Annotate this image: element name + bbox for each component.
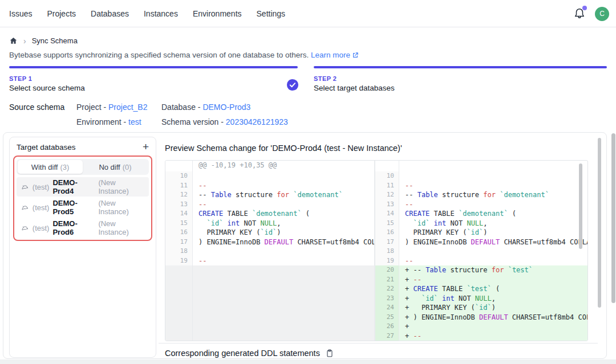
field-project: Project - Project_B2: [76, 103, 161, 112]
diff-line: 22+ CREATE TABLE `test` (: [375, 284, 587, 294]
preview-card-scrollbar[interactable]: [598, 138, 601, 308]
schema-version-link[interactable]: 20230426121923: [226, 117, 288, 126]
db-environment: (test): [33, 224, 50, 232]
diff-line: 15 `id` int NOT NULL,: [165, 219, 374, 228]
nav-item-projects[interactable]: Projects: [47, 9, 76, 18]
top-navbar: IssuesProjectsDatabasesInstancesEnvironm…: [0, 0, 616, 27]
target-databases-header: Target databases +: [10, 137, 156, 156]
target-db-item-demo-prod5[interactable]: (test)DEMO-Prod5(New Instance): [17, 198, 149, 217]
diff-line: 19--: [375, 256, 587, 266]
database-link[interactable]: DEMO-Prod3: [202, 103, 250, 112]
db-instance-suffix: (New Instance): [98, 219, 144, 236]
topnav-right: C: [573, 0, 609, 27]
nav-item-databases[interactable]: Databases: [91, 9, 129, 18]
diff-line: 16 PRIMARY KEY (`id`): [165, 228, 374, 238]
nav-item-issues[interactable]: Issues: [9, 9, 32, 18]
field-database: Database - DEMO-Prod3: [161, 103, 288, 112]
diff-line: 20+ -- Table structure for `test`: [375, 265, 587, 275]
diff-line: 24+ PRIMARY KEY (`id`): [375, 303, 587, 313]
nav-item-environments[interactable]: Environments: [193, 9, 242, 18]
sync-schema-page: IssuesProjectsDatabasesInstancesEnvironm…: [0, 0, 616, 364]
diff-pane-source: @@ -10,19 +10,35 @@1011--12-- Table stru…: [165, 161, 375, 341]
diff-empty-filler: [165, 265, 374, 341]
diff-line: 16 PRIMARY KEY (`id`): [375, 228, 587, 238]
page-scrollbar[interactable]: [611, 133, 615, 303]
target-databases-title: Target databases: [17, 143, 76, 152]
breadcrumb-page: Sync Schema: [32, 36, 78, 45]
home-icon[interactable]: [9, 36, 18, 45]
diff-line: 19--: [165, 256, 374, 266]
step2-block: STEP 2 Select target databases: [314, 75, 395, 92]
notifications-button[interactable]: [573, 7, 586, 20]
step2-progress-bar: [314, 66, 607, 68]
diff-filter-tabs: With diff (3) No diff (0): [17, 159, 149, 175]
tab-no-diff[interactable]: No diff (0): [83, 160, 148, 174]
avatar[interactable]: C: [595, 7, 609, 21]
diff-line: 13--: [375, 200, 587, 210]
nav-item-settings[interactable]: Settings: [257, 9, 286, 18]
step2-eyebrow: STEP 2: [314, 75, 395, 82]
diff-line: 18: [165, 247, 374, 256]
diff-line: 12-- Table structure for `demotenant`: [375, 190, 587, 200]
db-environment: (test): [33, 203, 50, 212]
diff-line: 10: [375, 171, 587, 181]
project-link[interactable]: Project_B2: [108, 103, 147, 112]
mysql-icon: [21, 183, 29, 191]
diff-line: 13--: [165, 200, 374, 210]
diff-line: 18: [375, 247, 587, 256]
db-name: DEMO-Prod5: [52, 199, 95, 216]
target-databases-highlight-box: With diff (3) No diff (0) (test)DEMO-Pro…: [13, 156, 152, 241]
external-link-icon: [352, 52, 359, 59]
mysql-icon: [21, 224, 29, 232]
source-schema-fields: Project - Project_B2 Database - DEMO-Pro…: [76, 103, 288, 126]
diff-line: 15 `id` int NOT NULL,: [375, 219, 587, 228]
target-db-item-demo-prod4[interactable]: (test)DEMO-Prod4(New Instance): [17, 177, 149, 197]
diff-line: 17) ENGINE=InnoDB DEFAULT CHARSET=utf8mb…: [375, 238, 587, 247]
diff-line: 23+ `id` int NOT NULL,: [375, 294, 587, 304]
mysql-icon: [21, 203, 29, 212]
intro-description: Bytebase supports synchronizing a specif…: [9, 51, 309, 59]
source-schema-label: Source schema: [9, 103, 64, 112]
step1-eyebrow: STEP 1: [9, 75, 85, 82]
step1-label: Select source schema: [9, 84, 85, 92]
nav-item-instances[interactable]: Instances: [144, 9, 178, 18]
learn-more-link[interactable]: Learn more: [311, 51, 359, 59]
ddl-statement-block-top: [0, 359, 616, 364]
diff-line: 17) ENGINE=InnoDB DEFAULT CHARSET=utf8mb…: [165, 238, 374, 247]
db-environment: (test): [33, 183, 50, 191]
diff-hunk-header: @@ -10,19 +10,35 @@: [165, 161, 374, 171]
diff-line: 10: [165, 171, 374, 181]
target-databases-panel: Target databases + With diff (3) No diff…: [9, 137, 156, 358]
intro-text: Bytebase supports synchronizing a specif…: [9, 51, 359, 59]
environment-link[interactable]: test: [128, 117, 141, 126]
notification-dot: [582, 6, 587, 10]
diff-line: 25+ ) ENGINE=InnoDB DEFAULT CHARSET=utf8…: [375, 313, 587, 322]
tab-with-diff[interactable]: With diff (3): [18, 160, 83, 174]
add-target-database-button[interactable]: +: [143, 142, 149, 152]
diff-line: 27+ --: [375, 332, 587, 341]
preview-title: Preview Schema change for 'DEMO-Prod4 (t…: [165, 144, 402, 153]
diff-pane-scrollbar[interactable]: [579, 163, 582, 249]
step1-progress-bar: [9, 66, 298, 68]
nav-items: IssuesProjectsDatabasesInstancesEnvironm…: [9, 9, 285, 18]
copy-clipboard-icon[interactable]: [325, 349, 334, 358]
diff-line: 14CREATE TABLE `demotenant` (: [165, 209, 374, 219]
chevron-right-icon: ›: [23, 37, 26, 45]
diff-line: 21+ --: [375, 275, 587, 285]
field-environment: Environment - test: [76, 117, 161, 126]
ddl-section-title: Corresponding generated DDL statements: [165, 349, 334, 358]
diff-pane-target: 1011--12-- Table structure for `demotena…: [375, 161, 587, 341]
diff-line: 26+: [375, 322, 587, 332]
diff-hunk-header: [375, 161, 587, 171]
diff-line: 14CREATE TABLE `demotenant` (: [375, 209, 587, 219]
step2-label: Select target databases: [314, 84, 395, 92]
field-schema-version: Schema version - 20230426121923: [161, 117, 288, 126]
schema-diff-view: @@ -10,19 +10,35 @@1011--12-- Table stru…: [165, 160, 588, 341]
target-db-item-demo-prod6[interactable]: (test)DEMO-Prod6(New Instance): [17, 218, 149, 238]
target-database-list: (test)DEMO-Prod4(New Instance) (test)DEM…: [17, 177, 149, 238]
db-instance-suffix: (New Instance): [98, 199, 144, 216]
ddl-section-divider: [159, 343, 598, 343]
breadcrumb: › Sync Schema: [9, 36, 78, 45]
db-name: DEMO-Prod4: [52, 178, 95, 195]
db-instance-suffix: (New Instance): [98, 178, 144, 195]
